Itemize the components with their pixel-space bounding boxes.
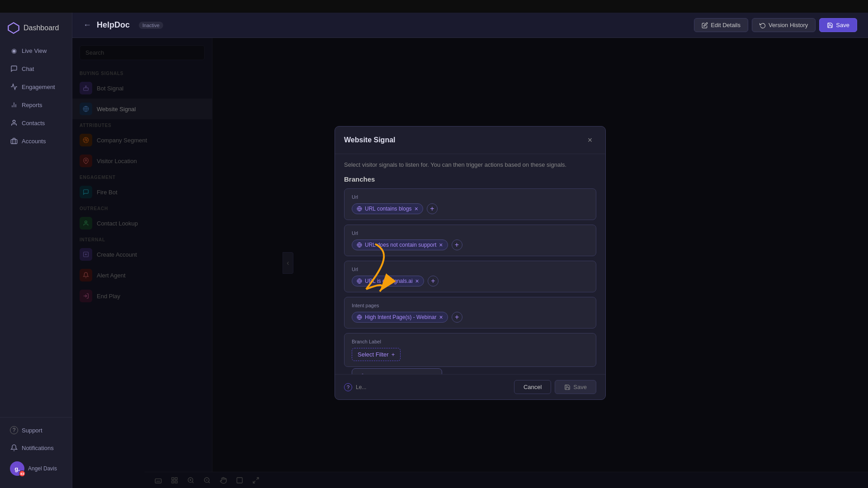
sidebar-item-contacts-label: Contacts bbox=[22, 120, 45, 127]
main-header: ← HelpDoc Inactive Edit Details Version … bbox=[72, 13, 868, 38]
status-badge: Inactive bbox=[139, 22, 163, 29]
branch-4-url-label: Intent pages bbox=[352, 303, 589, 308]
sidebar: Dashboard ◉ Live View Chat Engagement bbox=[0, 13, 72, 488]
footer-right-section: Cancel Save bbox=[514, 380, 596, 394]
support-icon: ? bbox=[10, 426, 18, 434]
branch-4: Intent pages High Intent Page(s) - Webin… bbox=[344, 297, 596, 328]
add-branch-1-filter-button[interactable]: + bbox=[427, 203, 438, 214]
footer-left-section: ? Le... bbox=[344, 383, 366, 391]
sidebar-item-notifications[interactable]: Notifications bbox=[3, 439, 69, 456]
globe-icon bbox=[357, 206, 362, 211]
sidebar-item-support[interactable]: ? Support bbox=[3, 422, 69, 439]
notification-badge: 43 bbox=[19, 470, 25, 477]
branch-2-url-label: Url bbox=[352, 230, 589, 236]
live-view-icon: ◉ bbox=[10, 47, 18, 55]
branch-2-row: URL does not contain support × + bbox=[352, 239, 589, 250]
modal-title: Website Signal bbox=[344, 136, 396, 144]
branch-3-container: Url URL is getsignals.ai × + bbox=[344, 261, 596, 292]
filter-dropdown-menu: URL High Intent Page(s) bbox=[352, 368, 442, 374]
modal-header: Website Signal × bbox=[335, 127, 605, 154]
sidebar-item-live-view[interactable]: ◉ Live View bbox=[3, 42, 69, 59]
save-icon bbox=[827, 22, 833, 28]
sidebar-item-engagement-label: Engagement bbox=[22, 84, 55, 90]
sidebar-item-reports-label: Reports bbox=[22, 102, 42, 108]
accounts-icon bbox=[10, 137, 18, 145]
sidebar-item-reports[interactable]: Reports bbox=[3, 96, 69, 113]
branch-1: Url URL contains blogs × + bbox=[344, 188, 596, 220]
save-button[interactable]: Save bbox=[819, 18, 857, 32]
sidebar-item-accounts[interactable]: Accounts bbox=[3, 132, 69, 150]
edit-icon bbox=[702, 22, 708, 28]
branch-label-title: Branch Label bbox=[352, 339, 589, 344]
modal-body: Select visitor signals to listen for. Yo… bbox=[335, 154, 605, 374]
sidebar-item-accounts-label: Accounts bbox=[22, 138, 46, 145]
branch-4-filter-tag[interactable]: High Intent Page(s) - Webinar × bbox=[352, 312, 448, 323]
add-branch-3-filter-button[interactable]: + bbox=[428, 276, 439, 286]
sidebar-item-engagement[interactable]: Engagement bbox=[3, 78, 69, 95]
remove-branch-4-filter[interactable]: × bbox=[439, 314, 443, 320]
footer-left-text: Le... bbox=[356, 384, 366, 390]
svg-marker-0 bbox=[8, 23, 19, 33]
select-filter-button[interactable]: Select Filter + bbox=[352, 348, 401, 361]
help-icon: ? bbox=[344, 383, 352, 391]
sidebar-item-contacts[interactable]: Contacts bbox=[3, 114, 69, 131]
branch-4-row: High Intent Page(s) - Webinar × + bbox=[352, 312, 589, 323]
user-name-label: Angel Davis bbox=[28, 465, 57, 472]
branch-3-row: URL is getsignals.ai × + bbox=[352, 276, 589, 286]
branch-1-filter-tag[interactable]: URL contains blogs × bbox=[352, 203, 423, 214]
sidebar-dashboard-label: Dashboard bbox=[24, 24, 59, 32]
sidebar-item-support-label: Support bbox=[22, 427, 42, 434]
modal-footer: ? Le... Cancel Save bbox=[335, 374, 605, 399]
version-history-button[interactable]: Version History bbox=[752, 18, 816, 32]
sidebar-item-chat-label: Chat bbox=[22, 66, 34, 72]
branch-2-container: Url URL does not contain support × + bbox=[344, 225, 596, 256]
add-branch-2-filter-button[interactable]: + bbox=[452, 239, 462, 250]
svg-rect-5 bbox=[11, 140, 17, 144]
modal-overlay: Website Signal × Select visitor signals … bbox=[72, 38, 868, 488]
branch-3-url-label: Url bbox=[352, 267, 589, 272]
engagement-icon bbox=[10, 83, 18, 91]
branch-4-container: Intent pages High Intent Page(s) - Webin… bbox=[344, 297, 596, 328]
modal-cancel-button[interactable]: Cancel bbox=[514, 380, 551, 394]
svg-point-4 bbox=[13, 120, 15, 122]
branch-2-filter-tag[interactable]: URL does not contain support × bbox=[352, 239, 448, 250]
dropdown-item-url[interactable]: URL bbox=[352, 369, 442, 374]
branch-2: Url URL does not contain support × + bbox=[344, 225, 596, 256]
modal-close-button[interactable]: × bbox=[584, 134, 596, 146]
page-title: HelpDoc bbox=[97, 20, 130, 30]
header-actions: Edit Details Version History Save bbox=[694, 18, 857, 32]
notifications-icon bbox=[10, 444, 18, 452]
branch-1-row: URL contains blogs × + bbox=[352, 203, 589, 214]
remove-branch-1-filter[interactable]: × bbox=[415, 206, 418, 212]
main-content: ← HelpDoc Inactive Edit Details Version … bbox=[72, 13, 868, 488]
website-signal-modal: Website Signal × Select visitor signals … bbox=[335, 126, 606, 400]
edit-details-button[interactable]: Edit Details bbox=[694, 18, 748, 32]
logo-icon bbox=[7, 22, 20, 34]
add-branch-4-filter-button[interactable]: + bbox=[452, 312, 462, 323]
branch-3-filter-tag[interactable]: URL is getsignals.ai × bbox=[352, 276, 424, 286]
globe-icon bbox=[357, 314, 362, 320]
plus-icon: + bbox=[392, 351, 395, 358]
top-bar bbox=[0, 0, 868, 13]
sidebar-item-notifications-label: Notifications bbox=[22, 445, 54, 451]
back-button[interactable]: ← bbox=[83, 20, 91, 30]
sidebar-logo[interactable]: Dashboard bbox=[0, 16, 72, 40]
save-modal-icon bbox=[564, 384, 571, 390]
remove-branch-2-filter[interactable]: × bbox=[439, 242, 443, 248]
sidebar-item-chat[interactable]: Chat bbox=[3, 60, 69, 77]
modal-description: Select visitor signals to listen for. Yo… bbox=[344, 161, 596, 168]
modal-save-button[interactable]: Save bbox=[555, 380, 596, 394]
user-profile[interactable]: g. 43 Angel Davis bbox=[3, 457, 69, 480]
branch-1-url-label: Url bbox=[352, 194, 589, 200]
branch-1-container: Url URL contains blogs × + bbox=[344, 188, 596, 220]
contacts-icon bbox=[10, 119, 18, 127]
branch-label-section: Branch Label Select Filter + bbox=[344, 333, 596, 367]
globe-icon bbox=[357, 278, 362, 284]
chat-icon bbox=[10, 65, 18, 73]
remove-branch-3-filter[interactable]: × bbox=[415, 278, 419, 284]
reports-icon bbox=[10, 101, 18, 109]
branch-label-section-container: Branch Label Select Filter + bbox=[344, 333, 596, 367]
branches-heading: Branches bbox=[344, 175, 596, 183]
branch-3: Url URL is getsignals.ai × + bbox=[344, 261, 596, 292]
app-body: Dashboard ◉ Live View Chat Engagement bbox=[0, 13, 868, 488]
